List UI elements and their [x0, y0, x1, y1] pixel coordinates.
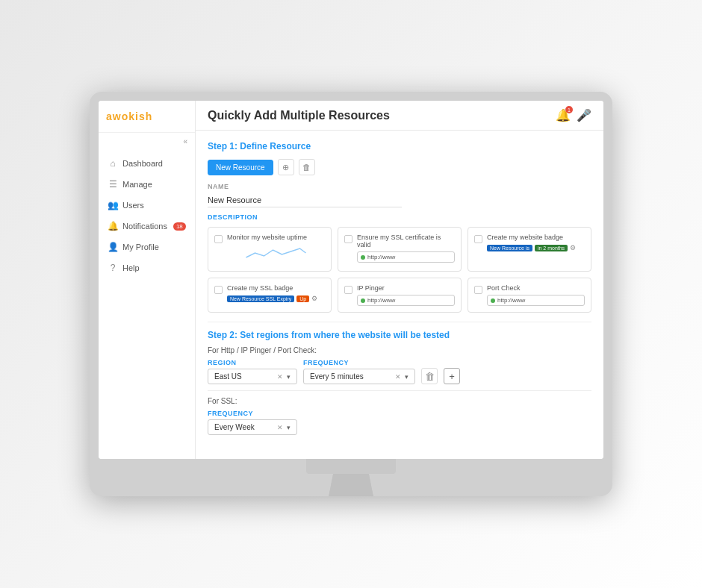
- sidebar-item-my-profile[interactable]: 👤 My Profile: [99, 237, 195, 257]
- ssl-badge-checkbox[interactable]: [214, 286, 223, 294]
- port-check-card-title: Port Check: [487, 284, 585, 292]
- form-area: Step 1: Define Resource New Resource ⊕ 🗑…: [196, 131, 603, 459]
- ssl-valid-checkbox[interactable]: [344, 235, 352, 243]
- website-badge-2: in 2 months: [535, 245, 568, 251]
- step1-number: Step 1:: [208, 141, 237, 151]
- copy-tab[interactable]: ⊕: [278, 159, 294, 175]
- uptime-checkbox[interactable]: [214, 235, 223, 243]
- ssl-valid-url[interactable]: http://www: [357, 251, 455, 263]
- sidebar-item-dashboard[interactable]: ⌂ Dashboard: [99, 153, 195, 174]
- monitor-wrapper: awokish « ⌂ Dashboard ☰ Manage 👥: [0, 0, 702, 588]
- step2-label: Step 2: Set regions from where the websi…: [208, 330, 591, 340]
- step1-label: Step 1: Define Resource: [208, 141, 591, 151]
- sidebar-collapse-button[interactable]: «: [99, 133, 195, 150]
- region-select[interactable]: East US ✕ ▾: [208, 369, 297, 384]
- frequency-select-field: FREQUENCY Every 5 minutes ✕ ▾: [303, 359, 415, 384]
- sidebar-item-help[interactable]: ? Help: [99, 257, 195, 278]
- step2-text: Set regions from where the website will …: [240, 330, 450, 340]
- website-badge-card-content: Create my website badge New Resource is …: [487, 234, 585, 251]
- monitor-stand: [329, 474, 373, 496]
- ssl-valid-card: Ensure my SSL certificate is valid http:…: [338, 227, 462, 272]
- sidebar-item-notifications[interactable]: 🔔 Notifications 18: [99, 216, 195, 237]
- monitor-screen: awokish « ⌂ Dashboard ☰ Manage 👥: [99, 101, 603, 459]
- bell-badge: 1: [565, 106, 573, 113]
- region-dropdown-icon[interactable]: ▾: [287, 373, 291, 381]
- monitor: awokish « ⌂ Dashboard ☰ Manage 👥: [90, 92, 612, 496]
- profile-icon: 👤: [108, 242, 118, 252]
- ssl-badge-2: Up: [296, 295, 309, 302]
- sidebar-item-manage[interactable]: ☰ Manage: [99, 174, 195, 195]
- ssl-badge-card-content: Create my SSL badge New Resource SSL Exp…: [227, 284, 325, 302]
- page-title: Quickly Add Multiple Resources: [208, 109, 390, 122]
- help-icon: ?: [108, 263, 118, 273]
- name-label: NAME: [208, 183, 591, 190]
- ssl-badge-card: Create my SSL badge New Resource SSL Exp…: [208, 278, 332, 313]
- resource-cards-grid: Monitor my website uptime Ensure my SSL …: [208, 227, 591, 313]
- website-badge-gear-icon[interactable]: ⚙: [570, 244, 576, 251]
- sidebar-item-label: Dashboard: [122, 159, 163, 168]
- sidebar-item-label: Users: [122, 201, 144, 210]
- desc-label: DESCRIPTION: [208, 213, 591, 221]
- monitor-base: [306, 459, 396, 474]
- step1-text: Define Resource: [240, 141, 311, 151]
- step2-number: Step 2:: [208, 330, 237, 340]
- notifications-icon: 🔔: [108, 221, 118, 231]
- region-value: East US: [214, 372, 242, 381]
- ssl-form-row: FREQUENCY Every Week ✕ ▾: [208, 410, 591, 435]
- region-select-field: REGION East US ✕ ▾: [208, 359, 297, 384]
- notifications-badge: 18: [173, 222, 186, 231]
- ip-pinger-url[interactable]: http://www: [357, 295, 455, 306]
- delete-tab[interactable]: 🗑: [299, 159, 315, 175]
- ip-pinger-card: IP Pinger http://www: [338, 278, 462, 313]
- header-icons: 🔔 1 🎤: [556, 108, 591, 122]
- name-field-group: NAME: [208, 183, 591, 207]
- ssl-valid-card-content: Ensure my SSL certificate is valid http:…: [357, 234, 455, 263]
- sidebar-nav: ⌂ Dashboard ☰ Manage 👥 Users 🔔 Notificat…: [99, 150, 195, 459]
- name-input[interactable]: [208, 193, 402, 207]
- port-check-checkbox[interactable]: [474, 286, 482, 294]
- frequency-select[interactable]: Every 5 minutes ✕ ▾: [303, 369, 415, 384]
- http-section-title: For Http / IP Pinger / Port Check:: [208, 346, 591, 354]
- region-clear-icon[interactable]: ✕: [277, 373, 283, 381]
- sidebar-item-users[interactable]: 👥 Users: [99, 195, 195, 216]
- ssl-frequency-clear-icon[interactable]: ✕: [277, 424, 283, 431]
- home-icon: ⌂: [108, 158, 118, 169]
- frequency-clear-icon[interactable]: ✕: [395, 373, 401, 381]
- port-check-card: Port Check http://www: [468, 278, 591, 313]
- step2-section: Step 2: Set regions from where the websi…: [208, 322, 591, 435]
- port-check-url-dot: [491, 298, 495, 303]
- port-check-url[interactable]: http://www: [487, 295, 585, 306]
- http-form-row: REGION East US ✕ ▾ FREQ: [208, 359, 591, 384]
- delete-row-button[interactable]: 🗑: [421, 368, 438, 384]
- uptime-card-content: Monitor my website uptime: [227, 234, 325, 265]
- ssl-badge-row: New Resource SSL Expiry Up ⚙: [227, 295, 325, 302]
- ip-pinger-checkbox[interactable]: [344, 286, 352, 294]
- tab-bar: New Resource ⊕ 🗑: [208, 159, 591, 175]
- frequency-dropdown-icon[interactable]: ▾: [405, 373, 409, 381]
- ssl-badge-gear-icon[interactable]: ⚙: [311, 295, 317, 302]
- add-row-button[interactable]: +: [444, 368, 460, 384]
- sidebar-item-label: My Profile: [122, 243, 159, 251]
- ssl-frequency-select-field: FREQUENCY Every Week ✕ ▾: [208, 410, 297, 435]
- ssl-badge-card-title: Create my SSL badge: [227, 284, 325, 292]
- ssl-frequency-dropdown-icon[interactable]: ▾: [287, 424, 291, 431]
- ip-pinger-url-dot: [361, 298, 365, 303]
- uptime-card-title: Monitor my website uptime: [227, 234, 325, 241]
- ssl-frequency-select[interactable]: Every Week ✕ ▾: [208, 419, 297, 435]
- website-badge-card-title: Create my website badge: [487, 234, 585, 241]
- ssl-valid-card-title: Ensure my SSL certificate is valid: [357, 234, 455, 248]
- website-badge-1: New Resource is: [487, 245, 532, 251]
- bell-icon-container[interactable]: 🔔 1: [556, 108, 571, 122]
- port-check-url-text: http://www: [497, 297, 525, 304]
- ip-pinger-url-text: http://www: [367, 297, 395, 304]
- website-badge-row: New Resource is in 2 months ⚙: [487, 244, 585, 251]
- divider: [208, 390, 591, 391]
- ssl-section-title: For SSL:: [208, 397, 591, 405]
- ip-pinger-card-content: IP Pinger http://www: [357, 284, 455, 306]
- website-badge-checkbox[interactable]: [474, 235, 482, 243]
- ssl-frequency-value: Every Week: [214, 423, 255, 431]
- new-resource-tab[interactable]: New Resource: [208, 160, 273, 175]
- website-badge-card: Create my website badge New Resource is …: [468, 227, 591, 272]
- microphone-icon[interactable]: 🎤: [577, 108, 591, 122]
- ip-pinger-card-title: IP Pinger: [357, 284, 455, 292]
